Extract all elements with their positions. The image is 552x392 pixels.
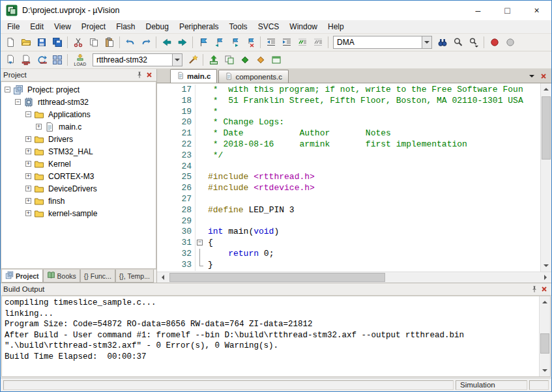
document-list-icon[interactable] — [528, 72, 536, 80]
tree-item-main-c[interactable]: +main.c — [1, 120, 156, 133]
expander-box[interactable]: + — [25, 173, 31, 179]
scroll-left-icon[interactable] — [157, 272, 168, 283]
pack-installer-icon[interactable] — [222, 53, 237, 67]
translate-icon[interactable] — [3, 53, 18, 67]
pin-icon[interactable] — [134, 70, 144, 80]
build-icon[interactable] — [18, 53, 33, 67]
scroll-track[interactable] — [540, 307, 550, 365]
tree-item-cortex-m3[interactable]: +CORTEX-M3 — [1, 170, 156, 182]
expander-box[interactable]: + — [25, 148, 31, 154]
manage-rte-icon[interactable] — [206, 53, 221, 67]
expand-icon[interactable]: + — [25, 186, 32, 191]
panel-tab-project[interactable]: Project — [1, 270, 43, 283]
build-output-scrollbar[interactable] — [539, 296, 550, 376]
expander-box[interactable]: + — [25, 198, 31, 204]
scroll-thumb[interactable] — [542, 96, 551, 160]
editor-horizontal-scrollbar[interactable] — [157, 272, 551, 283]
manage-books-icon[interactable] — [237, 53, 252, 67]
debug-windows-icon[interactable] — [269, 53, 283, 67]
scroll-thumb[interactable] — [169, 273, 385, 282]
tree-item-kernel-sample[interactable]: +kernel-sample — [1, 207, 156, 219]
target-combo-dropdown-icon[interactable] — [172, 54, 182, 66]
scroll-down-icon[interactable] — [540, 365, 550, 376]
expander-box[interactable]: − — [5, 87, 10, 92]
scroll-thumb[interactable] — [540, 333, 549, 354]
tree-item-rtthread-stm32[interactable]: −rtthread-stm32 — [1, 96, 156, 108]
menu-flash[interactable]: Flash — [111, 21, 140, 33]
menu-svcs[interactable]: SVCS — [253, 21, 285, 33]
tree-item-drivers[interactable]: +Drivers — [1, 133, 156, 145]
close-document-icon[interactable] — [538, 71, 548, 81]
tree-item-kernel[interactable]: +Kernel — [1, 158, 156, 170]
expand-icon[interactable]: + — [35, 124, 42, 130]
expander-box[interactable]: − — [25, 111, 31, 117]
indent-right-icon[interactable] — [279, 35, 294, 49]
options-target-icon[interactable] — [185, 53, 200, 67]
menu-peripherals[interactable]: Peripherals — [174, 21, 224, 33]
panel-tab-temp[interactable]: {}, Temp... — [115, 270, 154, 283]
pin-icon[interactable] — [529, 285, 539, 294]
redo-icon[interactable] — [138, 35, 153, 49]
close-panel-icon[interactable] — [539, 285, 549, 294]
breakpoint-icon[interactable] — [487, 35, 502, 49]
collapse-icon[interactable]: − — [14, 99, 22, 105]
expand-icon[interactable]: + — [25, 161, 32, 167]
navigate-back-icon[interactable] — [159, 35, 174, 49]
expand-icon[interactable]: + — [25, 198, 32, 204]
manage-layout-icon[interactable] — [253, 53, 268, 67]
collapse-icon[interactable]: − — [25, 111, 32, 117]
open-file-icon[interactable] — [18, 35, 33, 49]
cut-icon[interactable] — [70, 35, 85, 49]
scroll-right-icon[interactable] — [540, 272, 551, 283]
target-combo[interactable]: rtthread-stm32 — [93, 53, 182, 66]
expand-icon[interactable]: + — [25, 136, 32, 142]
copy-icon[interactable] — [86, 35, 101, 49]
navigate-forward-icon[interactable] — [175, 35, 190, 49]
expand-icon[interactable]: + — [25, 148, 32, 154]
bookmark-toggle-icon[interactable] — [196, 35, 211, 49]
minimize-button[interactable]: – — [463, 1, 493, 20]
expander-box[interactable]: + — [25, 210, 31, 216]
scroll-track[interactable] — [168, 272, 540, 283]
new-file-icon[interactable] — [3, 35, 18, 49]
fold-collapse-icon[interactable]: − — [197, 240, 203, 245]
scroll-track[interactable] — [541, 94, 551, 260]
find-icon[interactable] — [450, 35, 465, 49]
menu-help[interactable]: Help — [323, 21, 349, 33]
close-panel-icon[interactable] — [144, 70, 154, 80]
comment-selection-icon[interactable] — [295, 35, 310, 49]
paste-icon[interactable] — [102, 35, 117, 49]
undo-icon[interactable] — [123, 35, 138, 49]
menu-debug[interactable]: Debug — [141, 21, 174, 33]
scroll-up-icon[interactable] — [541, 83, 551, 94]
bookmark-prev-icon[interactable] — [211, 35, 226, 49]
panel-tab-func[interactable]: {} Func... — [80, 270, 115, 283]
tree-item-stm32-hal[interactable]: +STM32_HAL — [1, 145, 156, 158]
close-button[interactable]: × — [522, 1, 551, 20]
code-editor[interactable]: 17 * with this program; if not, write to… — [157, 83, 551, 272]
save-all-icon[interactable] — [50, 35, 65, 49]
tree-item-devicedrivers[interactable]: +DeviceDrivers — [1, 182, 156, 195]
project-tree[interactable]: −Project: project−rtthread-stm32−Applica… — [1, 81, 156, 269]
batch-build-icon[interactable] — [50, 53, 65, 67]
expander-box[interactable]: + — [25, 136, 31, 142]
scroll-up-icon[interactable] — [540, 296, 550, 307]
search-combo-dropdown-icon[interactable] — [422, 36, 431, 48]
expand-icon[interactable]: + — [25, 210, 32, 216]
expander-box[interactable]: + — [25, 186, 31, 191]
tree-item-project-project[interactable]: −Project: project — [1, 83, 156, 96]
find-menu-icon[interactable] — [466, 35, 481, 49]
expander-box[interactable]: + — [25, 161, 31, 167]
uncomment-selection-icon[interactable] — [310, 35, 325, 49]
indent-left-icon[interactable] — [263, 35, 278, 49]
breakpoint-disabled-icon[interactable] — [502, 35, 517, 49]
collapse-icon[interactable]: − — [4, 87, 11, 92]
panel-tab-books[interactable]: Books — [43, 270, 80, 283]
expander-box[interactable]: − — [15, 99, 21, 105]
menu-project[interactable]: Project — [76, 21, 111, 33]
tab-components-c[interactable]: components.c — [218, 70, 289, 83]
bookmark-clear-icon[interactable] — [242, 35, 257, 49]
tree-item-finsh[interactable]: +finsh — [1, 195, 156, 207]
expand-icon[interactable]: + — [25, 173, 32, 179]
search-combo[interactable]: DMA — [333, 36, 432, 49]
